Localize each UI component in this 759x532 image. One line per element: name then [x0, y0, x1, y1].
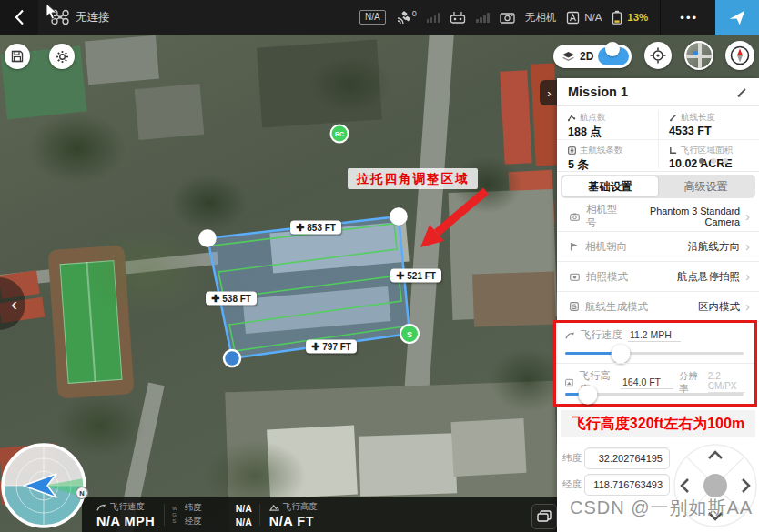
battery-icon [612, 10, 622, 25]
chevron-right-icon: › [745, 300, 750, 313]
minimap-thumbnail [686, 43, 712, 68]
altitude-slider-track[interactable] [565, 393, 744, 396]
battery-status: 13% [612, 10, 648, 25]
altitude-note-banner: 飞行高度320ft左右为100m [561, 410, 755, 437]
compass-reset-button[interactable] [725, 41, 754, 70]
setting-row-camera-heading[interactable]: 相机朝向 沿航线方向 › [557, 232, 759, 262]
stat-waypoints: 航点数 188 点 [557, 109, 658, 142]
edge-length-pill-right: ✚521 FT [390, 269, 441, 283]
stats-pagination-dots[interactable] [699, 158, 728, 164]
top-status-bar: 无连接 N/A 0 [0, 0, 759, 35]
altitude-icon [269, 503, 279, 512]
map-layers-button[interactable] [531, 504, 557, 529]
setting-row-photo-mode[interactable]: 拍照模式 航点悬停拍照 › [557, 262, 759, 292]
flight-mode-status: N/A [566, 11, 602, 25]
nudge-center-button[interactable] [703, 474, 727, 497]
speed-slider-track[interactable] [565, 352, 744, 355]
telemetry-speed: 飞行速度 N/A MPH [82, 497, 164, 532]
chevron-left-icon: ‹ [11, 294, 17, 315]
speed-icon [96, 503, 106, 512]
setting-row-camera-model[interactable]: 相机型号 Phantom 3 Standard Camera › [557, 202, 759, 232]
compass-needle-icon [729, 45, 751, 66]
satellite-icon [396, 11, 410, 25]
chevron-right-icon: › [745, 210, 750, 223]
flight-mode-icon [566, 11, 580, 25]
edge-length-pill-left: ✚538 FT [206, 292, 257, 306]
save-mission-button[interactable] [5, 44, 30, 69]
telemetry-coords: 纬度N/A 经度N/A [177, 497, 259, 532]
satellite-status: 0 [396, 11, 417, 25]
takeoff-button[interactable] [715, 0, 759, 35]
mission-title: Mission 1 [568, 85, 628, 99]
stacked-maps-icon [537, 510, 552, 523]
minimap-button[interactable] [684, 41, 713, 70]
chevron-right-icon: › [547, 86, 551, 100]
more-button[interactable]: ••• [673, 11, 705, 25]
longitude-input[interactable]: 118.716763493 [584, 474, 670, 496]
mission-header: Mission 1 [557, 78, 759, 106]
heading-flag-icon [570, 242, 579, 251]
back-button[interactable] [0, 0, 38, 35]
crosshair-icon [650, 47, 666, 64]
app-window: S RC ✚853 FT ✚521 FT ✚538 FT ✚797 FT 拉托四… [0, 0, 759, 532]
divider [557, 139, 759, 140]
map-mode-control: 2D [553, 45, 632, 68]
cross-icon: ✚ [396, 272, 404, 280]
tutorial-annotation: 拉托四角调整区域 [348, 168, 478, 189]
altitude-icon [565, 378, 573, 387]
map-2d3d-toggle[interactable] [598, 47, 629, 65]
edge-length-pill-bottom: ✚797 FT [306, 340, 357, 354]
satellite-count: 0 [412, 9, 417, 18]
waypoints-icon [568, 114, 576, 122]
aircraft-connection-status: 无连接 [51, 9, 110, 25]
mission-settings-button[interactable] [49, 44, 75, 69]
route-length-icon [669, 114, 677, 122]
stat-route-length: 航线长度 4533 FT [658, 109, 759, 142]
chevron-right-icon: › [745, 270, 750, 283]
rc-signal-bars [476, 13, 490, 23]
panel-collapse-handle[interactable]: › [540, 80, 559, 105]
cross-icon: ✚ [296, 224, 304, 232]
airplane-icon [727, 7, 747, 27]
north-indicator: N [79, 489, 84, 497]
telemetry-altitude: 飞行高度 N/A FT [260, 497, 327, 532]
attitude-compass-widget: N [0, 442, 89, 531]
camera-icon [500, 12, 515, 24]
edit-pencil-icon[interactable] [736, 86, 748, 98]
speed-value[interactable]: 11.2 MPH [628, 329, 681, 342]
altitude-slider-knob[interactable] [579, 385, 598, 404]
divider [660, 0, 661, 35]
save-icon [11, 50, 24, 63]
tab-basic-settings[interactable]: 基础设置 [562, 176, 658, 196]
stat-main-lines: 主航线条数 5 条 [557, 142, 658, 175]
speed-slider-row: 飞行速度 11.2 MPH [556, 323, 754, 363]
setting-row-route-mode[interactable]: 航线生成模式 区内模式 › [557, 292, 759, 322]
speed-icon [565, 331, 575, 340]
area-ruler-icon [669, 146, 677, 155]
altitude-value[interactable]: 164.0 FT [621, 376, 673, 389]
photo-mode-icon [570, 273, 580, 281]
locate-me-button[interactable] [644, 42, 672, 69]
telemetry-bar: 飞行速度 N/A MPH WGS 纬度N/A 经度N/A 飞行高度 N/A FT [82, 497, 557, 532]
cross-icon: ✚ [311, 343, 319, 351]
resolution-value: 2.2 CM/PX [708, 371, 745, 393]
camera-icon [570, 213, 580, 221]
route-mode-icon [570, 302, 579, 311]
altitude-slider-row: 飞行高度 164.0 FT 分辨率 2.2 CM/PX [556, 364, 754, 404]
settings-tabs: 基础设置 高级设置 [561, 175, 755, 198]
tab-advanced-settings[interactable]: 高级设置 [658, 176, 754, 196]
drone-icon [51, 9, 69, 25]
layers-icon [562, 51, 575, 63]
gps-mode-badge: N/A [359, 10, 386, 25]
wgs-label: WGS [165, 497, 177, 532]
speed-slider-knob[interactable] [611, 344, 630, 363]
latitude-input[interactable]: 32.202764195 [584, 447, 670, 469]
remote-controller-icon [450, 11, 466, 24]
chevron-left-icon [15, 9, 25, 25]
gps-signal-bars [427, 13, 440, 23]
watermark: CSDN @一别如斯AA [570, 496, 753, 520]
toggle-knob [605, 42, 620, 56]
camera-status-label: 无相机 [525, 11, 557, 25]
battery-percent: 13% [627, 12, 648, 23]
gear-icon [56, 50, 69, 64]
